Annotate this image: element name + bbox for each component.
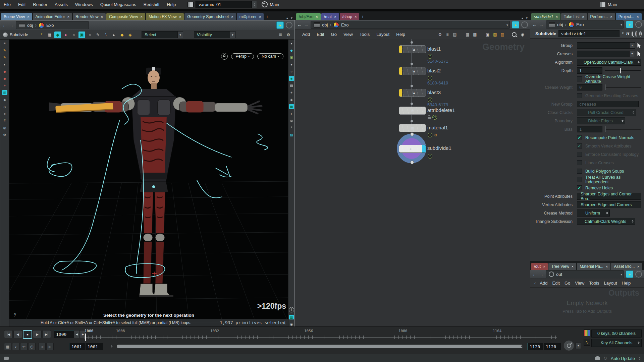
polygon-soups-checkbox[interactable] — [577, 169, 582, 174]
vertex-attributes-dropdown[interactable]: Sharpen Edge and Corners — [577, 201, 641, 208]
refresh-icon[interactable]: ↻ — [603, 356, 607, 361]
forward-arrow-icon[interactable]: → — [9, 22, 14, 28]
info-icon[interactable]: i — [635, 31, 637, 37]
depth-slider[interactable] — [605, 68, 641, 73]
spinner-icon[interactable] — [637, 60, 640, 64]
node-subdivide1[interactable]: ● — [399, 145, 426, 153]
range-start-alt-field[interactable]: 1001 — [85, 343, 103, 350]
range-slider[interactable] — [117, 344, 523, 348]
select-objects-icon[interactable]: ▦ — [46, 32, 53, 38]
window-tab-main[interactable]: Main — [600, 2, 644, 7]
forward-arrow-icon[interactable]: → — [539, 22, 544, 27]
spreadsheet-icon[interactable]: ▦ — [289, 315, 294, 319]
gear-icon[interactable]: ⚙ — [285, 32, 292, 38]
select-arrow-icon[interactable] — [637, 43, 641, 48]
lock-camera-icon[interactable] — [221, 53, 228, 60]
wrench-icon[interactable]: ⚙ — [437, 31, 443, 38]
slider-handle[interactable] — [605, 126, 606, 132]
menu-file[interactable]: File — [0, 2, 14, 7]
link-pin-icon[interactable] — [626, 21, 633, 28]
select-points-icon[interactable]: ● — [62, 32, 69, 38]
tab-out[interactable]: /out× — [531, 263, 548, 270]
out-menu-add[interactable]: Add — [538, 281, 549, 286]
follow-icon[interactable] — [286, 22, 292, 28]
audio-icon[interactable]: ♪ — [12, 343, 19, 350]
close-icon[interactable]: × — [231, 15, 233, 19]
display-flag[interactable] — [422, 145, 426, 153]
play-backward-button[interactable]: ◀ — [13, 330, 22, 338]
out-menu-edit[interactable]: Edit — [550, 281, 561, 286]
view-options-icon[interactable]: ○ — [289, 69, 294, 74]
chevron-down-icon[interactable] — [629, 43, 635, 48]
shadows-icon[interactable]: ◐ — [289, 111, 294, 116]
path-field[interactable]: out — [546, 270, 624, 278]
pose-tool-icon[interactable]: ▥ — [2, 90, 7, 95]
shade-mode-icon[interactable]: ◈ — [289, 76, 294, 81]
spinner-icon[interactable] — [621, 119, 624, 123]
curves-independent-checkbox[interactable] — [577, 177, 582, 182]
out-menu-layout[interactable]: Layout — [602, 281, 619, 286]
badge-icon[interactable]: ▣ — [484, 31, 491, 38]
lock-view-icon[interactable]: ● — [289, 62, 294, 67]
crease-weight-field[interactable]: 0 — [577, 84, 602, 90]
handles-icon[interactable]: ◈ — [2, 97, 7, 102]
set-key-button[interactable] — [564, 340, 574, 351]
enforce-topology-checkbox[interactable] — [577, 152, 582, 157]
tab-scene-view[interactable]: Scene View× — [1, 13, 32, 20]
back-arrow-icon[interactable]: ← — [2, 22, 7, 28]
add-view-icon[interactable]: + — [289, 90, 294, 95]
spinner-icon[interactable] — [631, 219, 634, 224]
triangle-subdiv-dropdown[interactable]: Catmull-Clark Weights — [577, 218, 635, 225]
close-icon[interactable]: × — [637, 264, 639, 268]
close-icon[interactable]: × — [259, 15, 261, 19]
tab-subdivide1[interactable]: subdivide1× — [531, 13, 560, 20]
brush-select-icon[interactable]: ✎ — [95, 32, 101, 38]
snap-icon[interactable]: * — [289, 125, 294, 130]
menu-help[interactable]: Help — [163, 2, 179, 7]
close-icon[interactable]: × — [355, 15, 357, 19]
lasso-select-icon[interactable]: ○ — [87, 32, 93, 38]
auto-update-dropdown[interactable]: Auto Update — [611, 356, 635, 361]
grid-display-icon[interactable]: ▧ — [289, 132, 294, 137]
close-icon[interactable]: × — [555, 15, 557, 19]
grid-tool-icon[interactable]: # — [2, 118, 7, 123]
paint-icon[interactable]: ✎ — [2, 55, 7, 60]
net-menu-tools[interactable]: Tools — [357, 32, 373, 37]
tab-tree-view[interactable]: Tree View× — [548, 263, 576, 270]
move-tool-icon[interactable]: ◆ — [2, 69, 7, 74]
bias-slider[interactable] — [605, 126, 641, 132]
select-mode-dropdown[interactable]: Select — [142, 31, 183, 38]
link-pin-icon[interactable] — [276, 21, 284, 29]
desktop-selector[interactable]: varomix_01 — [196, 1, 252, 8]
tab-material-palette[interactable]: Material Pa...× — [577, 263, 610, 270]
select-edges-icon[interactable]: ○ — [70, 32, 77, 38]
chevron-down-icon[interactable] — [621, 23, 622, 26]
recompute-normals-checkbox[interactable] — [577, 135, 582, 140]
jump-to-start-button[interactable]: ◀ — [4, 330, 13, 338]
node-blast1[interactable]: ▲ — [399, 45, 426, 53]
back-arrow-icon[interactable]: ← — [532, 22, 537, 27]
net-menu-edit[interactable]: Edit — [314, 32, 327, 37]
box-tool-icon[interactable]: ◇ — [2, 104, 7, 109]
slider-handle[interactable] — [605, 84, 606, 90]
linear-creases-checkbox[interactable] — [577, 160, 582, 165]
node-input-dot[interactable] — [410, 132, 414, 136]
back-arrow-icon[interactable]: ← — [297, 22, 302, 27]
tab-mixplorer[interactable]: miXplorer× — [237, 13, 264, 20]
tab-obj-exo[interactable]: /obj/Exo× — [296, 13, 321, 20]
key-options-dropdown[interactable] — [576, 342, 581, 349]
close-icon[interactable]: × — [543, 264, 545, 268]
out-menu-view[interactable]: View — [573, 281, 586, 286]
node-attribdelete1[interactable]: ⊘ — [399, 107, 426, 115]
realtime-toggle-icon[interactable]: ◷ — [28, 343, 36, 350]
sort-icon[interactable]: ≣ — [277, 32, 284, 38]
wireframe-icon[interactable]: ▤ — [289, 83, 294, 88]
persp-button[interactable]: Persp — [231, 53, 254, 59]
follow-icon[interactable] — [635, 21, 642, 28]
tab-project[interactable]: Project...× — [616, 13, 642, 20]
tab-take-list[interactable]: Take List× — [561, 13, 587, 20]
net-menu-add[interactable]: Add — [299, 32, 313, 37]
close-icon[interactable]: × — [572, 264, 574, 268]
houdini-logo-icon[interactable]: H — [626, 31, 629, 37]
eye-icon[interactable]: ◉ — [519, 31, 526, 38]
